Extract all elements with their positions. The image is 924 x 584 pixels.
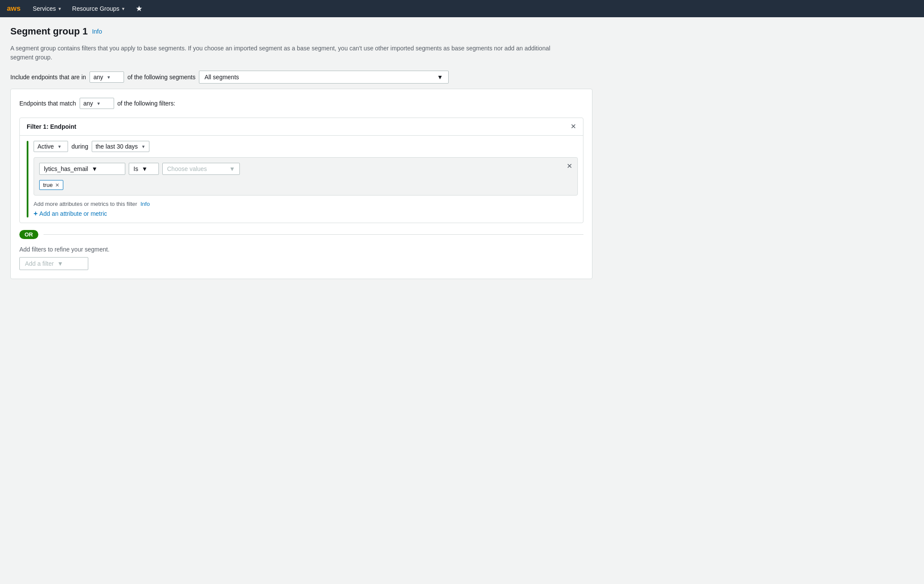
filter-body: Active ▼ during the last 30 days ▼ [20, 136, 583, 223]
include-dropdown[interactable]: any ▼ [90, 71, 124, 83]
during-label: during [71, 143, 88, 150]
add-attribute-label: Add an attribute or metric [39, 210, 107, 217]
segments-select[interactable]: All segments ▼ [199, 71, 449, 84]
true-tag: true ✕ [39, 180, 63, 190]
active-row: Active ▼ during the last 30 days ▼ [34, 141, 578, 152]
svg-text:aws: aws [7, 4, 21, 12]
segments-placeholder: All segments [205, 74, 239, 81]
add-filter-caret: ▼ [57, 260, 63, 267]
add-filter-row: Add a filter ▼ [19, 257, 583, 270]
add-filter-section: Add filters to refine your segment. [19, 246, 583, 253]
condition-box: lytics_has_email ▼ Is ▼ Choose values [34, 157, 578, 196]
days-dropdown[interactable]: the last 30 days ▼ [92, 141, 149, 152]
condition-selects: lytics_has_email ▼ Is ▼ [39, 163, 159, 175]
include-suffix: of the following segments [127, 74, 195, 81]
or-badge: OR [19, 230, 38, 239]
segments-caret: ▼ [437, 74, 443, 81]
tag-close-button[interactable]: ✕ [55, 182, 59, 188]
add-filter-dropdown[interactable]: Add a filter ▼ [19, 257, 88, 270]
filter-content: Active ▼ during the last 30 days ▼ [34, 136, 583, 223]
add-filters-label: Add filters to refine your segment. [19, 246, 109, 253]
filter-outer-container: Endpoints that match any ▼ of the follow… [10, 89, 592, 279]
condition-row: lytics_has_email ▼ Is ▼ Choose values [39, 163, 572, 175]
choose-values-placeholder: Choose values [167, 165, 207, 172]
plus-icon: + [34, 210, 37, 217]
title-info-link[interactable]: Info [92, 28, 102, 35]
add-more-info-link[interactable]: Info [140, 201, 150, 207]
resource-groups-nav-item[interactable]: Resource Groups ▼ [72, 5, 126, 12]
choose-values-dropdown[interactable]: Choose values ▼ [162, 163, 240, 175]
main-content: Segment group 1 Info A segment group con… [0, 17, 603, 288]
or-line [43, 234, 584, 235]
is-caret: ▼ [142, 165, 148, 172]
include-row: Include endpoints that are in any ▼ of t… [10, 71, 592, 84]
or-divider: OR [19, 230, 583, 239]
top-nav: aws Services ▼ Resource Groups ▼ ★ [0, 0, 924, 17]
section-title: Segment group 1 Info [10, 26, 592, 37]
services-label: Services [33, 5, 56, 12]
page-description: A segment group contains filters that yo… [10, 44, 561, 62]
active-caret: ▼ [57, 144, 62, 149]
pin-icon[interactable]: ★ [136, 4, 143, 13]
is-dropdown[interactable]: Is ▼ [129, 163, 159, 175]
endpoints-dropdown[interactable]: any ▼ [80, 98, 114, 109]
endpoints-suffix: of the following filters: [118, 100, 176, 107]
tag-value: true [43, 182, 53, 188]
condition-close-button[interactable]: ✕ [567, 163, 572, 170]
endpoints-prefix: Endpoints that match [19, 100, 76, 107]
values-area: true ✕ [39, 177, 572, 190]
field-dropdown[interactable]: lytics_has_email ▼ [39, 163, 125, 175]
include-dropdown-caret: ▼ [106, 75, 111, 80]
days-caret: ▼ [141, 144, 146, 149]
add-more-label: Add more attributes or metrics to this f… [34, 201, 137, 207]
endpoints-dropdown-caret: ▼ [96, 101, 101, 106]
filter-header: Filter 1: Endpoint ✕ [20, 118, 583, 136]
filter-1-box: Filter 1: Endpoint ✕ Active ▼ during the… [19, 118, 583, 223]
resource-groups-caret: ▼ [121, 6, 125, 11]
include-prefix: Include endpoints that are in [10, 74, 86, 81]
add-attr-section: Add more attributes or metrics to this f… [34, 201, 578, 207]
filter-1-title: Filter 1: Endpoint [27, 123, 76, 130]
choose-values-caret: ▼ [229, 165, 235, 172]
services-caret: ▼ [58, 6, 62, 11]
green-accent-bar [27, 141, 28, 217]
endpoints-row: Endpoints that match any ▼ of the follow… [19, 98, 583, 109]
page-title: Segment group 1 [10, 26, 88, 37]
services-nav-item[interactable]: Services ▼ [33, 5, 62, 12]
add-attribute-link[interactable]: + Add an attribute or metric [34, 210, 578, 217]
resource-groups-label: Resource Groups [72, 5, 120, 12]
field-caret: ▼ [92, 165, 98, 172]
active-dropdown[interactable]: Active ▼ [34, 141, 68, 152]
aws-logo[interactable]: aws [7, 3, 22, 14]
add-filter-placeholder: Add a filter [25, 260, 54, 267]
filter-1-close-button[interactable]: ✕ [571, 123, 576, 130]
